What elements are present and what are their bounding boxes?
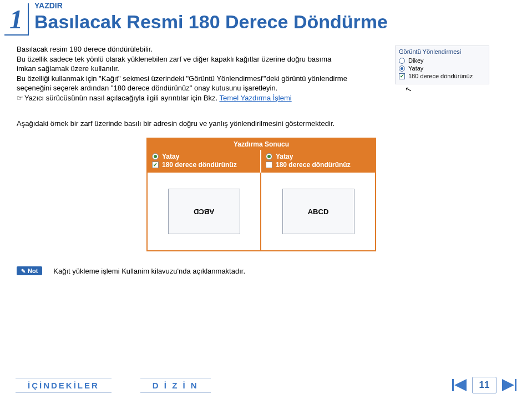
category-label: YAZDIR: [34, 1, 388, 10]
orientation-option-dikey[interactable]: Dikey: [399, 57, 485, 64]
orientation-option-label: Yatay: [408, 65, 423, 72]
footer-bar: İÇİNDEKİLER D İ Z İ N 11: [0, 377, 532, 393]
paragraph-2: Bu özellik sadece tek yönlü olarak yükle…: [17, 54, 349, 74]
envelope-text-rotated: ABCD: [194, 208, 215, 216]
example-col-2-options: Yatay 180 derece döndürünüz: [261, 150, 375, 173]
envelope-text-normal: ABCD: [308, 208, 329, 216]
example-col-1-envelope-cell: ABCD: [148, 173, 261, 250]
example-col-2-envelope-cell: ABCD: [261, 173, 375, 250]
footer-nav: 11: [452, 377, 516, 393]
svg-rect-3: [515, 379, 516, 391]
example-options-row: Yatay ✔ 180 derece döndürünüz Yatay 180 …: [148, 150, 375, 173]
paragraph-1: Basılacak resim 180 derece döndürülebili…: [17, 44, 349, 54]
cursor-icon: ↖: [404, 84, 413, 95]
orientation-option-label: 180 derece döndürünüz: [408, 73, 473, 79]
svg-rect-1: [452, 379, 454, 391]
example-col-2-radio-label: Yatay: [276, 153, 293, 160]
paragraph-4-prefix: Yazıcı sürücüsünün nasıl açılacağıyla il…: [24, 94, 219, 102]
toc-button[interactable]: İÇİNDEKİLER: [16, 378, 112, 393]
envelope-rotated: ABCD: [168, 189, 240, 234]
paragraph-3: Bu özelliği kullanmak için "Kağıt" sekme…: [17, 74, 349, 93]
pencil-icon: ✎: [21, 268, 26, 274]
note-badge: ✎ Not: [17, 266, 42, 275]
hand-icon: ☞: [17, 93, 23, 103]
example-col-1-check-label: 180 derece döndürünüz: [162, 161, 237, 169]
note-text: Kağıt yükleme işlemi Kullanim kilavuzu'n…: [53, 267, 245, 275]
body-text: Basılacak resim 180 derece döndürülebili…: [17, 44, 349, 103]
index-button[interactable]: D İ Z İ N: [140, 378, 211, 393]
example-col-1-options: Yatay ✔ 180 derece döndürünüz: [148, 150, 261, 173]
svg-marker-2: [502, 379, 514, 391]
note-badge-label: Not: [28, 267, 38, 274]
section-number-box: 1: [4, 3, 29, 36]
radio-icon: [399, 58, 405, 64]
heading-block: YAZDIR Basılacak Resmi 180 Derece Döndür…: [34, 1, 388, 33]
example-col-1-radio-label: Yatay: [162, 153, 179, 160]
prev-page-icon[interactable]: [452, 379, 467, 391]
page-number-button[interactable]: 11: [472, 377, 496, 393]
example-col-2-check-label: 180 derece döndürünüz: [276, 161, 351, 169]
example-table-header: Yazdırma Sonucu: [148, 139, 375, 150]
envelope-normal: ABCD: [282, 189, 354, 234]
orientation-option-yatay[interactable]: Yatay: [399, 65, 485, 72]
page-title: Basılacak Resmi 180 Derece Döndürme: [34, 11, 388, 33]
radio-selected-icon: [266, 153, 272, 160]
basic-printing-link[interactable]: Temel Yazdırma İşlemi: [219, 94, 291, 102]
radio-selected-icon: [152, 153, 159, 160]
checkbox-checked-icon: ✔: [152, 161, 159, 168]
checkbox-checked-icon: ✔: [399, 73, 405, 79]
example-envelope-row: ABCD ABCD: [148, 173, 375, 250]
orientation-settings-panel: Görüntü Yönlendirmesi Dikey Yatay ✔ 180 …: [395, 46, 489, 84]
paragraph-4: ☞Yazıcı sürücüsünün nasıl açılacağıyla i…: [17, 93, 349, 103]
orientation-option-label: Dikey: [408, 57, 424, 64]
next-page-icon[interactable]: [502, 379, 516, 391]
orientation-option-180[interactable]: ✔ 180 derece döndürünüz: [399, 73, 485, 79]
radio-selected-icon: [399, 65, 405, 72]
note-row: ✎ Not Kağıt yükleme işlemi Kullanim kila…: [17, 266, 245, 275]
svg-marker-0: [454, 379, 467, 391]
orientation-panel-title: Görüntü Yönlendirmesi: [399, 48, 485, 55]
checkbox-unchecked-icon: [266, 161, 272, 168]
example-intro: Aşağıdaki örnek bir zarf üzerinde basılı…: [17, 119, 335, 128]
section-number: 1: [9, 4, 23, 34]
example-table: Yazdırma Sonucu Yatay ✔ 180 derece döndü…: [146, 138, 376, 251]
